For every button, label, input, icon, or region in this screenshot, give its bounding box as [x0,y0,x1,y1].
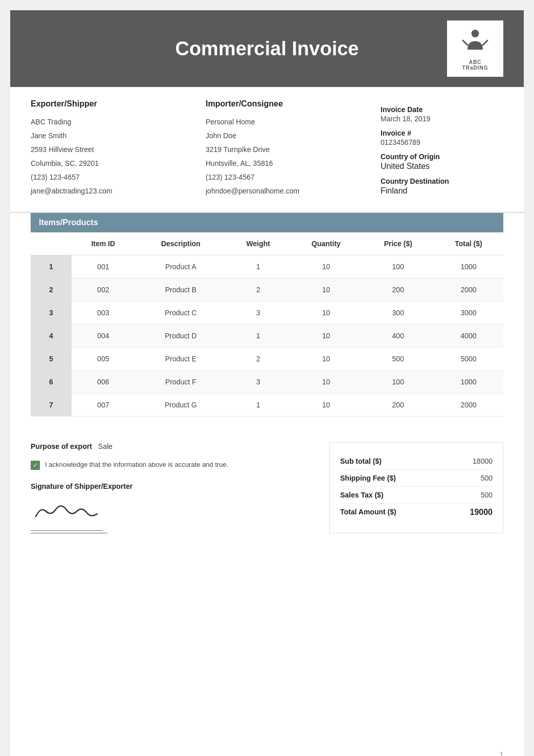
info-section: Exporter/Shipper ABC Trading Jane Smith … [10,87,524,213]
col-price: Price ($) [363,232,434,255]
country-destination-label: Country Destination [381,177,503,185]
cell-total: 1000 [434,255,503,278]
subtotal-label: Sub total ($) [340,457,382,465]
cell-total: 2000 [434,394,503,417]
items-table: Item ID Description Weight Quantity Pric… [31,232,503,417]
purpose-label: Purpose of export [31,442,92,450]
totals-box: Sub total ($) 18000 Shipping Fee ($) 500… [329,442,503,533]
bottom-section: Purpose of export Sale I acknowledge tha… [10,427,524,544]
shipping-value: 500 [481,474,493,482]
exporter-column: Exporter/Shipper ABC Trading Jane Smith … [31,99,206,200]
cell-total: 2000 [434,278,503,301]
table-row: 7 007 Product G 1 10 200 2000 [31,394,503,417]
total-value: 19000 [470,508,493,517]
exporter-email: jane@abctrading123.com [31,186,206,197]
cell-total: 4000 [434,325,503,348]
cell-description: Product B [135,278,227,301]
row-num: 3 [31,301,72,325]
cell-item-id: 001 [72,255,135,278]
shipping-label: Shipping Fee ($) [340,474,396,482]
cell-quantity: 10 [290,278,362,301]
col-total: Total ($) [434,232,503,255]
col-num [31,232,72,255]
logo-icon [460,27,491,57]
cell-description: Product E [135,348,227,371]
cell-price: 200 [363,278,434,301]
table-row: 2 002 Product B 2 10 200 2000 [31,278,503,301]
cell-item-id: 006 [72,371,135,394]
cell-quantity: 10 [290,348,362,371]
table-row: 1 001 Product A 1 10 100 1000 [31,255,503,278]
table-header-row: Item ID Description Weight Quantity Pric… [31,232,503,255]
page-number: 1 [500,750,503,756]
tax-row: Sales Tax ($) 500 [340,487,493,504]
cell-item-id: 004 [72,325,135,348]
exporter-name: Jane Smith [31,131,206,141]
importer-address2: Huntsville, AL, 35816 [206,158,381,169]
cell-description: Product F [135,371,227,394]
signature-image [31,499,102,531]
cell-total: 3000 [434,301,503,325]
country-origin-label: Country of Origin [381,153,503,161]
page: Commercial Invoice ABC TRaDING Exporter/… [10,10,524,756]
cell-price: 400 [363,325,434,348]
country-destination-value: Finland [381,186,503,196]
acknowledge-checkbox[interactable] [31,461,40,470]
importer-name: John Doe [206,131,381,141]
svg-line-2 [483,40,487,45]
signature-label: Signature of Shipper/Exporter [31,482,309,490]
cell-weight: 1 [227,255,290,278]
importer-email: johndoe@personalhome.com [206,186,381,197]
col-quantity: Quantity [290,232,362,255]
invoice-number-value: 0123456789 [381,138,503,146]
cell-price: 500 [363,348,434,371]
cell-description: Product D [135,325,227,348]
acknowledge-text: I acknowledge that the information above… [45,460,228,470]
acknowledge-row: I acknowledge that the information above… [31,460,309,470]
subtotal-row: Sub total ($) 18000 [340,453,493,470]
table-row: 4 004 Product D 1 10 400 4000 [31,325,503,348]
svg-point-0 [472,30,479,37]
importer-column: Importer/Consignee Personal Home John Do… [206,99,381,200]
row-num: 6 [31,371,72,394]
cell-quantity: 10 [290,325,362,348]
col-description: Description [135,232,227,255]
cell-price: 100 [363,255,434,278]
cell-item-id: 003 [72,301,135,325]
invoice-date-label: Invoice Date [381,105,503,114]
invoice-number-label: Invoice # [381,129,503,137]
shipping-row: Shipping Fee ($) 500 [340,470,493,487]
row-num: 1 [31,255,72,278]
importer-address1: 3219 Turnpike Drive [206,144,381,155]
table-row: 6 006 Product F 3 10 100 1000 [31,371,503,394]
table-row: 5 005 Product E 2 10 500 5000 [31,348,503,371]
total-label: Total Amount ($) [340,508,396,517]
cell-total: 5000 [434,348,503,371]
cell-quantity: 10 [290,301,362,325]
subtotal-value: 18000 [473,457,493,465]
importer-label: Importer/Consignee [206,99,381,109]
cell-description: Product A [135,255,227,278]
cell-quantity: 10 [290,371,362,394]
importer-company: Personal Home [206,117,381,127]
purpose-value: Sale [98,442,113,450]
cell-price: 200 [363,394,434,417]
cell-total: 1000 [434,371,503,394]
row-num: 5 [31,348,72,371]
row-num: 2 [31,278,72,301]
tax-value: 500 [481,491,493,499]
cell-item-id: 005 [72,348,135,371]
cell-price: 100 [363,371,434,394]
table-row: 3 003 Product C 3 10 300 3000 [31,301,503,325]
exporter-label: Exporter/Shipper [31,99,206,109]
cell-weight: 3 [227,371,290,394]
exporter-address2: Columbia, SC, 29201 [31,158,206,169]
bottom-left: Purpose of export Sale I acknowledge tha… [31,442,309,533]
logo-text: ABC TRaDING [462,59,488,71]
importer-phone: (123) 123-4567 [206,172,381,183]
cell-weight: 1 [227,325,290,348]
tax-label: Sales Tax ($) [340,491,384,499]
cell-weight: 1 [227,394,290,417]
row-num: 4 [31,325,72,348]
cell-description: Product G [135,394,227,417]
